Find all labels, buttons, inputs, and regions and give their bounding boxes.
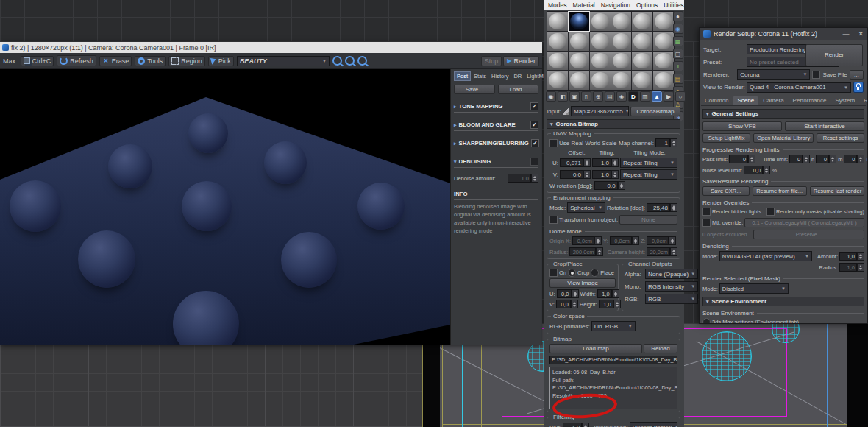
denoise-amount-field[interactable]: 1.0 [508,174,531,183]
material-sample[interactable] [590,12,611,31]
material-sample[interactable] [590,32,611,51]
material-sample[interactable] [547,32,568,51]
noise-level-spinner[interactable] [763,166,770,174]
u-offset-field[interactable]: 0,071 [560,158,583,167]
transform-object-none-button[interactable]: None [619,215,677,225]
origin-x-spinner[interactable] [594,236,602,245]
rendered-image[interactable] [0,69,450,345]
material-sample[interactable] [569,52,589,71]
tab-scene[interactable]: Scene [733,96,758,105]
start-interactive-button[interactable]: Start interactive [785,121,864,131]
origin-z-field[interactable]: 0,0cm [647,236,669,245]
render-selected-mode-dropdown[interactable]: Disabled▼ [719,283,789,294]
assign-to-selection-icon[interactable]: ▣ [569,91,580,102]
w-rotation-spinner[interactable] [618,181,625,190]
v-tiling-mode-dropdown[interactable]: Repeat Tiling▼ [620,169,677,180]
region-button[interactable]: Region [168,56,205,66]
view-image-button[interactable]: View Image [549,278,616,288]
v-offset-spinner[interactable] [583,170,591,179]
objects-excluded-link[interactable]: 0 objects excluded... [702,231,752,238]
material-sample[interactable] [632,12,652,31]
zoom-out-icon[interactable] [345,56,355,66]
load-map-button[interactable]: Load map [549,344,642,353]
close-button[interactable]: ✕ [858,30,864,38]
map-type-button[interactable]: CoronaBitmap [630,107,680,116]
time-m-field[interactable]: 0 [816,155,829,163]
rgb-primaries-dropdown[interactable]: Lin. RGB▼ [591,321,636,331]
material-sample[interactable] [611,52,632,71]
origin-z-spinner[interactable] [669,236,676,245]
env-rotation-field[interactable]: 25,48 [647,203,670,212]
load-button[interactable]: Load... [498,85,539,94]
minimize-button[interactable]: — [842,30,849,38]
pass-limit-field[interactable]: 0 [729,155,748,163]
menu-options[interactable]: Options [636,1,658,9]
material-sample[interactable] [590,71,611,90]
blur-spinner[interactable] [582,423,589,427]
render-setup-title-bar[interactable]: Render Setup: Corona 11 (Hotfix 2) — ✕ [700,28,867,40]
zoom-fit-icon[interactable] [357,56,367,66]
render-hidden-lights-checkbox[interactable] [702,208,711,216]
origin-x-field[interactable]: 0,0cm [572,236,594,245]
mtl-override-button[interactable]: 0.1 - CoronaLegacyMtl ( CoronaLegacyMtl … [744,218,864,227]
section-tone-mapping[interactable]: ▸ TONE MAPPING✓ [454,100,538,113]
show-map-in-viewport-icon[interactable]: D [628,91,638,102]
radius-field[interactable]: 200,0cm [569,247,596,256]
lock-icon[interactable] [853,82,864,93]
channel-select[interactable]: BEAUTY▼ [237,56,330,66]
refresh-button[interactable]: Refresh [57,55,96,66]
go-to-parent-icon[interactable]: ▲ [652,91,662,102]
material-sample[interactable] [653,71,674,90]
menu-modes[interactable]: Modes [548,1,567,9]
material-id-channel-icon[interactable]: ◈ [616,91,627,102]
material-sample[interactable] [653,52,674,71]
render-only-masks-checkbox[interactable] [766,208,775,216]
time-h-spinner[interactable] [803,155,810,163]
get-material-icon[interactable]: ◉ [546,91,556,102]
blur-field[interactable]: 1,0 [563,423,582,427]
tab-stats[interactable]: Stats [472,72,488,80]
material-sample[interactable] [547,12,568,31]
transform-from-object-checkbox[interactable] [549,216,558,224]
resume-last-render-button[interactable]: Resume last render [810,186,864,196]
go-forward-sibling-icon[interactable]: ▶ [664,91,674,102]
video-color-check-icon[interactable]: ‖ [673,61,683,71]
rollout-scene-environment[interactable]: Scene Environment [702,297,864,306]
crop-radio[interactable] [568,269,576,277]
u-tiling-field[interactable]: 1,0 [592,158,611,167]
viewport-bottom-left[interactable] [0,345,422,427]
camera-height-spinner[interactable] [670,247,677,256]
crop-u-spinner[interactable] [572,289,579,298]
mtl-override-checkbox[interactable] [702,219,711,227]
tab-common[interactable]: Common [701,96,732,105]
tab-system[interactable]: System [831,96,858,105]
noise-level-field[interactable]: 0,0 [744,166,763,174]
map-name-dropdown[interactable]: Map #2138626655▼ [571,106,629,116]
tools-button[interactable]: Tools [135,56,166,66]
crop-width-field[interactable]: 1,0 [597,289,612,298]
material-sample[interactable] [632,52,652,71]
open-material-library-button[interactable]: Open Material Library [753,133,814,143]
sharpening-checkbox[interactable]: ✓ [531,139,539,147]
stop-button[interactable]: Stop [481,56,502,66]
u-tiling-mode-dropdown[interactable]: Repeat Tiling▼ [620,158,677,168]
sample-type-icon[interactable]: ● [673,11,683,21]
interpolation-dropdown[interactable]: Bilinear (faster)▼ [630,422,677,427]
v-offset-field[interactable]: 0,0 [560,170,583,179]
tone-mapping-checkbox[interactable]: ✓ [530,102,538,110]
w-rotation-field[interactable]: 0,0 [594,181,618,190]
preserve-button[interactable]: Preserve... [753,230,864,239]
map-channel-spinner[interactable] [670,138,677,147]
vfb-title-bar[interactable]: fix 2) | 1280×720px (1:1) | Camera: Coro… [0,42,542,53]
save-button[interactable]: Save... [454,85,495,94]
put-to-scene-icon[interactable]: ◧ [558,91,568,102]
material-sample[interactable] [611,32,632,51]
material-sample[interactable] [569,32,589,51]
setup-lightmix-button[interactable]: Setup LightMix [702,133,750,143]
show-vfb-button[interactable]: Show VFB [702,121,782,131]
material-sample[interactable] [547,52,568,71]
menu-utilities[interactable]: Utilities [664,1,683,9]
u-offset-spinner[interactable] [583,158,591,167]
v-tiling-field[interactable]: 1,0 [592,170,611,179]
camera-height-field[interactable]: 20,0cm [647,247,670,256]
